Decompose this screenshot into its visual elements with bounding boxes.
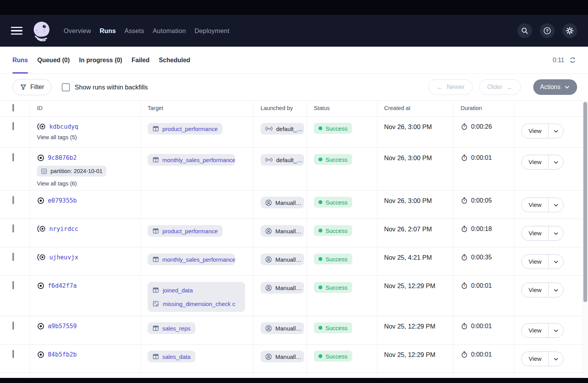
- older-button[interactable]: Older →: [479, 79, 520, 95]
- tab-in-progress[interactable]: In progress (0): [79, 47, 122, 73]
- select-all-checkbox[interactable]: [12, 104, 14, 112]
- row-checkbox[interactable]: [12, 281, 14, 289]
- search-button[interactable]: [517, 23, 532, 38]
- target-asset-pill[interactable]: sales_reps: [148, 322, 195, 334]
- tab-queued[interactable]: Queued (0): [37, 47, 70, 73]
- run-id-link[interactable]: 84b5fb2b: [48, 351, 77, 358]
- status-badge[interactable]: Success: [314, 154, 352, 165]
- table-row: 84b5fb2b sales_data Manuall… Success: [0, 345, 583, 373]
- row-checkbox[interactable]: [12, 196, 14, 204]
- view-dropdown-button[interactable]: [549, 226, 563, 240]
- status-badge[interactable]: Success: [314, 254, 352, 264]
- view-all-tags-link[interactable]: View all tags (6): [37, 180, 77, 187]
- run-id-link[interactable]: a9b57559: [48, 323, 77, 330]
- view-split-button: View: [521, 283, 564, 297]
- row-checkbox[interactable]: [12, 322, 14, 330]
- tab-runs[interactable]: Runs: [12, 47, 28, 73]
- asset-table-icon: [152, 287, 159, 294]
- status-badge[interactable]: Success: [314, 123, 352, 134]
- run-id-link[interactable]: ujheuvjx: [49, 254, 78, 261]
- status-badge[interactable]: Success: [314, 351, 352, 362]
- row-checkbox[interactable]: [12, 122, 14, 130]
- run-id-link[interactable]: kdbcudyq: [49, 123, 78, 130]
- launched-by-pill[interactable]: Manuall…: [261, 197, 304, 208]
- view-dropdown-button[interactable]: [549, 283, 563, 297]
- row-checkbox[interactable]: [12, 350, 14, 358]
- view-button[interactable]: View: [522, 198, 549, 212]
- refresh-button[interactable]: [569, 56, 576, 64]
- row-checkbox[interactable]: [12, 253, 14, 261]
- launched-by-pill[interactable]: Manuall…: [261, 225, 304, 237]
- tab-failed[interactable]: Failed: [132, 47, 150, 73]
- target-asset-pill[interactable]: sales_data: [148, 351, 195, 362]
- view-dropdown-button[interactable]: [549, 352, 563, 366]
- target-asset-pill[interactable]: monthly_sales_performance: [148, 154, 235, 166]
- help-button[interactable]: [540, 23, 555, 38]
- nav-item-deployment[interactable]: Deployment: [195, 27, 230, 35]
- view-dropdown-button[interactable]: [549, 324, 563, 338]
- target-asset-pill[interactable]: product_performance: [148, 225, 223, 237]
- nav-item-overview[interactable]: Overview: [64, 27, 91, 35]
- asset-table-icon: [152, 256, 159, 263]
- vertical-scrollbar[interactable]: [583, 100, 588, 378]
- chevron-down-icon: [553, 128, 559, 134]
- success-dot-icon: [318, 157, 322, 161]
- view-dropdown-button[interactable]: [549, 255, 563, 269]
- target-asset-pill[interactable]: product_performance: [148, 123, 223, 135]
- nav-item-runs[interactable]: Runs: [99, 27, 116, 35]
- target-asset-link[interactable]: joined_data: [152, 287, 240, 294]
- status-badge[interactable]: Success: [314, 197, 352, 208]
- launched-by-pill[interactable]: default_…: [261, 123, 304, 135]
- launched-by-pill[interactable]: Manuall…: [261, 322, 304, 334]
- target-check-link[interactable]: missing_dimension_check c: [152, 300, 240, 307]
- view-all-tags-link[interactable]: View all tags (5): [37, 134, 77, 140]
- runs-table: ID Target Launched by Status Created at …: [0, 100, 583, 378]
- filter-button[interactable]: Filter: [12, 79, 52, 95]
- run-id-link[interactable]: nryirdcc: [49, 226, 78, 233]
- primary-nav: Overview Runs Assets Automation Deployme…: [64, 27, 230, 35]
- table-header-row: ID Target Launched by Status Created at …: [0, 100, 583, 117]
- launched-by-pill[interactable]: Manuall…: [261, 282, 304, 294]
- row-checkbox[interactable]: [12, 224, 14, 233]
- view-button[interactable]: View: [522, 255, 549, 269]
- user-icon: [265, 325, 272, 332]
- hamburger-menu-icon[interactable]: [11, 27, 23, 35]
- show-backfills-checkbox[interactable]: [62, 83, 70, 91]
- view-button[interactable]: View: [522, 124, 549, 138]
- target-asset-pill[interactable]: monthly_sales_performance: [148, 254, 235, 265]
- view-dropdown-button[interactable]: [549, 155, 563, 169]
- settings-button[interactable]: [562, 23, 577, 38]
- launched-by-pill[interactable]: default_…: [261, 154, 304, 166]
- launched-by-pill[interactable]: Manuall…: [261, 351, 304, 362]
- view-button[interactable]: View: [522, 352, 549, 366]
- nav-item-automation[interactable]: Automation: [153, 27, 186, 35]
- run-id-link[interactable]: e079355b: [48, 197, 77, 204]
- view-button[interactable]: View: [522, 324, 549, 338]
- view-dropdown-button[interactable]: [549, 198, 563, 212]
- view-button[interactable]: View: [522, 155, 549, 169]
- tab-scheduled[interactable]: Scheduled: [159, 47, 190, 73]
- created-at: Nov 26, 3:00 PM: [377, 148, 454, 190]
- view-button[interactable]: View: [522, 226, 549, 240]
- row-checkbox[interactable]: [12, 153, 14, 161]
- status-badge[interactable]: Success: [314, 225, 352, 236]
- partition-tag[interactable]: partition: 2024-10-01: [37, 166, 106, 177]
- launched-by-pill[interactable]: Manuall…: [261, 254, 304, 265]
- nav-item-assets[interactable]: Assets: [124, 27, 144, 35]
- view-button[interactable]: View: [522, 283, 549, 297]
- status-badge[interactable]: Success: [314, 322, 352, 333]
- scrollbar-thumb[interactable]: [583, 102, 587, 302]
- run-icon: [37, 322, 45, 330]
- run-id-link[interactable]: 9c8076b2: [48, 154, 77, 161]
- dagster-logo[interactable]: [31, 20, 52, 41]
- funnel-icon: [20, 84, 27, 91]
- view-dropdown-button[interactable]: [549, 124, 563, 138]
- run-id-link[interactable]: f6d42f7a: [48, 282, 77, 289]
- newer-button[interactable]: ← Newer: [428, 79, 473, 95]
- duration-value: 0:00:01: [471, 351, 492, 358]
- run-icon: [37, 282, 45, 290]
- status-badge[interactable]: Success: [314, 282, 352, 293]
- duration-value: 0:00:05: [471, 197, 492, 204]
- actions-button[interactable]: Actions: [533, 79, 577, 95]
- run-icon: [37, 351, 45, 359]
